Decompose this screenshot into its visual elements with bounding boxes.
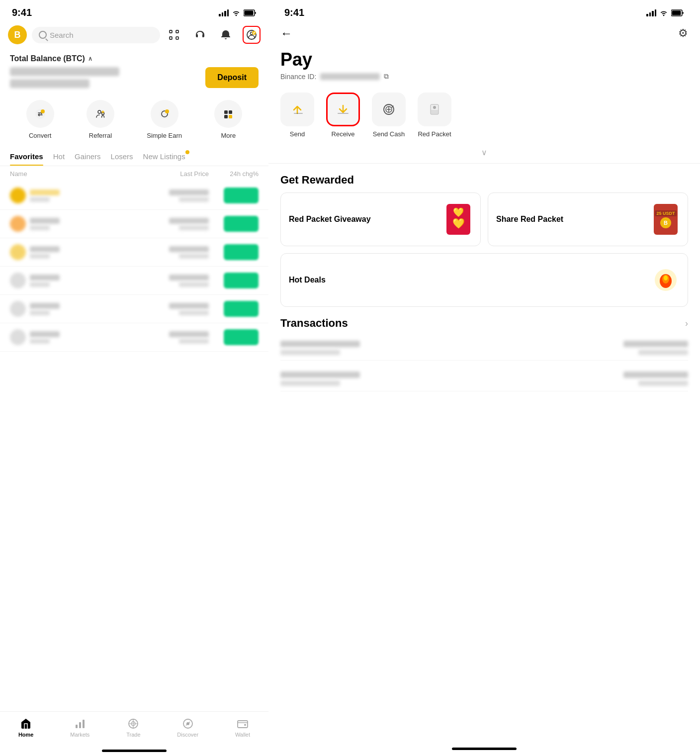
more-action[interactable]: More	[214, 100, 242, 139]
coin-info	[30, 218, 60, 230]
svg-rect-1	[245, 10, 254, 15]
row-price-col	[109, 189, 209, 202]
copy-icon[interactable]: ⧉	[384, 72, 389, 81]
svg-rect-30	[238, 721, 248, 728]
table-row[interactable]	[0, 267, 268, 295]
row-name-col	[10, 216, 109, 232]
pay-button[interactable]	[243, 26, 261, 44]
balance-blurred	[10, 67, 119, 88]
tab-hot[interactable]: Hot	[53, 147, 65, 166]
row-price-col	[109, 275, 209, 287]
balance-title[interactable]: Total Balance (BTC) ∧	[10, 54, 259, 63]
row-change-col	[209, 244, 259, 260]
hot-deals-card[interactable]: Hot Deals	[280, 253, 688, 307]
row-name-col	[10, 273, 109, 288]
red-packet-giveaway-card[interactable]: Red Packet Giveaway 💛	[280, 192, 481, 246]
red-packet-action-icon	[418, 93, 451, 126]
svg-rect-31	[244, 724, 246, 726]
tab-losers[interactable]: Losers	[111, 147, 133, 166]
table-row[interactable]	[0, 238, 268, 267]
scan-button[interactable]	[165, 26, 183, 44]
table-row[interactable]	[0, 323, 268, 352]
row-price-col	[109, 331, 209, 344]
bottom-nav-left: Home Markets Trade	[0, 711, 268, 750]
pay-action-red-packet[interactable]: Red Packet	[418, 93, 451, 138]
search-bar[interactable]: Search	[32, 27, 160, 43]
right-top-nav: ← ⚙	[268, 21, 700, 45]
pay-action-send-cash[interactable]: Send Cash	[372, 93, 406, 138]
status-icons-right	[646, 9, 684, 16]
svg-rect-21	[224, 115, 228, 118]
nav-home[interactable]: Home	[18, 718, 34, 738]
bell-icon	[220, 29, 231, 40]
simple-earn-action[interactable]: Simple Earn	[147, 100, 182, 139]
nav-markets[interactable]: Markets	[70, 718, 89, 738]
simple-earn-label: Simple Earn	[147, 132, 182, 139]
coin-info	[30, 331, 60, 344]
tx-name	[280, 372, 360, 378]
red-packet-giveaway-title: Red Packet Giveaway	[289, 214, 371, 225]
send-icon	[280, 93, 314, 126]
nav-wallet[interactable]: Wallet	[235, 718, 250, 738]
binance-id-value	[320, 73, 380, 80]
share-red-packet-icon: 25 USDT B	[652, 202, 680, 237]
pay-action-receive[interactable]: Receive	[326, 93, 360, 138]
balance-section: Total Balance (BTC) ∧ Deposit	[0, 48, 268, 92]
trade-icon	[127, 718, 139, 730]
tx-status	[638, 380, 688, 386]
transaction-row[interactable]	[280, 336, 688, 361]
binance-logo[interactable]: B	[8, 25, 27, 44]
settings-button[interactable]: ⚙	[678, 27, 688, 40]
transaction-row[interactable]	[280, 367, 688, 391]
pay-actions: Send Receive	[268, 89, 700, 146]
balance-secondary	[10, 79, 89, 88]
referral-label: Referral	[89, 132, 112, 139]
convert-action[interactable]: Convert	[26, 100, 54, 139]
coin-icon	[10, 244, 26, 260]
nav-trade[interactable]: Trade	[126, 718, 140, 738]
pay-action-send[interactable]: Send	[280, 93, 314, 138]
table-row[interactable]	[0, 182, 268, 210]
get-rewarded-title: Get Rewarded	[268, 164, 700, 192]
nav-icons	[165, 26, 261, 44]
row-price-col	[109, 218, 209, 230]
tab-favorites[interactable]: Favorites	[10, 147, 43, 166]
svg-rect-2	[170, 30, 172, 33]
table-header: Name Last Price 24h chg%	[0, 166, 268, 182]
chevron-down[interactable]: ∨	[268, 146, 700, 163]
home-indicator-left	[102, 750, 167, 752]
headset-button[interactable]	[191, 26, 209, 44]
svg-point-18	[165, 109, 169, 113]
transactions-chevron-icon[interactable]: ›	[685, 318, 688, 329]
wifi-icon	[232, 9, 241, 16]
hot-deals-title: Hot Deals	[289, 275, 326, 285]
more-icon	[214, 100, 242, 128]
row-price-col	[109, 303, 209, 315]
nav-home-label: Home	[18, 732, 34, 738]
tab-gainers[interactable]: Gainers	[75, 147, 101, 166]
deposit-button[interactable]: Deposit	[205, 67, 259, 88]
nav-discover[interactable]: Discover	[177, 718, 198, 738]
red-packet-label: Red Packet	[418, 130, 451, 138]
chevron-up-icon: ∧	[88, 55, 92, 62]
row-change-col	[209, 273, 259, 288]
tab-new-listings[interactable]: New Listings	[143, 147, 185, 166]
back-button[interactable]: ←	[280, 26, 292, 40]
red-packet-giveaway-icon: 💛	[444, 202, 472, 237]
table-row[interactable]	[0, 210, 268, 238]
coin-info	[30, 303, 60, 315]
referral-action[interactable]: Referral	[87, 100, 114, 139]
col-price-header: Last Price	[109, 170, 209, 178]
bell-button[interactable]	[217, 26, 235, 44]
share-red-packet-card[interactable]: Share Red Packet 25 USDT B	[488, 192, 688, 246]
receive-icon	[326, 93, 360, 126]
table-row[interactable]	[0, 295, 268, 323]
pay-icon	[246, 29, 257, 40]
svg-rect-23	[76, 725, 78, 728]
home-indicator-right	[452, 748, 517, 750]
coin-icon	[10, 188, 26, 203]
scan-icon	[169, 29, 179, 40]
nav-discover-label: Discover	[177, 732, 198, 738]
status-bar-left: 9:41	[0, 0, 268, 21]
row-name-col	[10, 244, 109, 260]
